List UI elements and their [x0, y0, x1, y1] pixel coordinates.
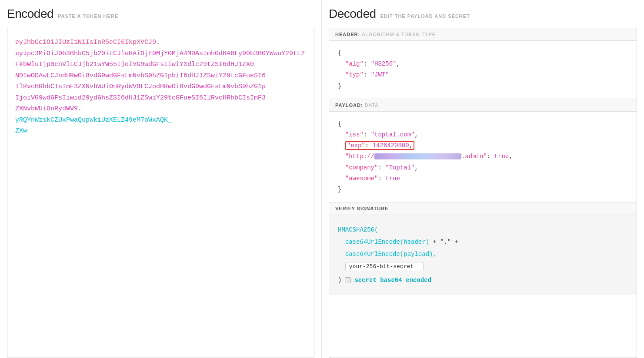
dot2: .: [78, 105, 82, 113]
header-alg-value: "HS256": [371, 60, 397, 67]
payload-comma3: ,: [509, 153, 512, 160]
header-section-header: HEADER: ALGORITHM & TOKEN TYPE: [329, 28, 637, 41]
payload-iss-value: "toptal.com": [371, 131, 415, 138]
verify-section-header: VERIFY SIGNATURE: [329, 202, 637, 215]
verify-arg2: base64UrlEncode(payload),: [345, 251, 437, 258]
payload-sublabel: DATA: [365, 103, 379, 108]
payload-open-brace: {: [338, 120, 341, 127]
encoded-panel: Encoded PASTE A TOKEN HERE eyJhbGciOiJIU…: [0, 0, 322, 358]
decoded-sections-container: HEADER: ALGORITHM & TOKEN TYPE { "alg": …: [329, 28, 637, 358]
token-payload-part4: IjoiVG9wdGFsIiwid29ydGhsZSI6dHJ1ZSwiY29t…: [15, 94, 266, 102]
decoded-panel: Decoded EDIT THE PAYLOAD AND SECRET HEAD…: [322, 0, 644, 358]
header-section-body[interactable]: { "alg": "HS256", "typ": "JWT" }: [329, 41, 637, 99]
token-payload-part2: NDIwODAwLCJodHRwOi8vdG9wdGFsLmNvbS9hZG1p…: [15, 72, 266, 80]
payload-section-header: PAYLOAD: DATA: [329, 99, 637, 112]
encoded-subtitle: PASTE A TOKEN HERE: [58, 13, 118, 19]
header-label: HEADER:: [335, 32, 360, 37]
token-payload-part1: eyJpc3MiOiJ0b3BhbC5jb20iLCJleHAiOjE0MjY0…: [15, 50, 305, 69]
decoded-subtitle: EDIT THE PAYLOAD AND SECRET: [380, 13, 470, 19]
header-typ-key: "typ": [345, 71, 364, 78]
decoded-header: Decoded EDIT THE PAYLOAD AND SECRET: [329, 7, 644, 21]
header-open-brace: {: [338, 50, 341, 56]
payload-colon2: :: [365, 142, 373, 149]
payload-comma2: ,: [409, 142, 413, 149]
payload-exp-value: 1426420800: [373, 142, 409, 149]
verify-fn-name: HMACSHA256(: [338, 226, 378, 233]
payload-comma4: ,: [414, 164, 418, 171]
payload-section-body[interactable]: { "iss": "toptal.com", "exp": 1426420800…: [329, 112, 637, 202]
secret-base64-checkbox[interactable]: [345, 277, 351, 283]
token-header-part: eyJhbGciOiJIUzI1NiIsInR5cCI6IkpXVCJ9: [15, 39, 156, 46]
payload-admin-suffix: .admin": [461, 153, 487, 160]
header-colon1: :: [364, 60, 371, 67]
payload-url-blurred: [374, 153, 461, 159]
verify-section: VERIFY SIGNATURE HMACSHA256( base64UrlEn…: [329, 202, 637, 295]
verify-label: VERIFY SIGNATURE: [335, 206, 389, 211]
payload-colon1: :: [364, 131, 371, 138]
payload-close-brace: }: [338, 186, 341, 193]
payload-colon4: :: [378, 164, 385, 171]
payload-label: PAYLOAD:: [335, 103, 363, 108]
app-container: Encoded PASTE A TOKEN HERE eyJhbGciOiJIU…: [0, 0, 644, 358]
payload-awesome-value: true: [385, 175, 400, 182]
token-signature-part2: ZXw: [15, 127, 27, 135]
payload-company-value: "Toptal": [385, 164, 414, 171]
encoded-header: Encoded PASTE A TOKEN HERE: [7, 7, 321, 21]
encoded-title: Encoded: [7, 7, 53, 21]
payload-iss-key: "iss": [345, 131, 364, 138]
verify-footer: ) secret base64 encoded: [338, 274, 628, 286]
verify-arg1: base64UrlEncode(header): [345, 239, 429, 245]
payload-comma1: ,: [414, 131, 418, 138]
payload-awesome-key: "awesome": [345, 175, 378, 182]
decoded-title: Decoded: [329, 7, 376, 21]
secret-input[interactable]: [345, 262, 424, 271]
secret-base64-label: secret base64 encoded: [354, 274, 431, 286]
header-close-brace: }: [338, 83, 341, 90]
verify-close-paren: ): [338, 274, 341, 286]
dot1: .: [156, 39, 160, 46]
payload-colon3: :: [487, 153, 494, 160]
token-payload-part5: ZXNvbWUiOnRydWV9: [15, 105, 78, 113]
header-comma1: ,: [396, 60, 400, 67]
payload-url-key: "http://: [345, 153, 374, 160]
encoded-token-box[interactable]: eyJhbGciOiJIUzI1NiIsInR5cCI6IkpXVCJ9. ey…: [7, 28, 314, 358]
header-alg-key: "alg": [345, 60, 364, 67]
payload-colon5: :: [378, 175, 385, 182]
header-typ-value: "JWT": [371, 71, 389, 78]
header-sublabel: ALGORITHM & TOKEN TYPE: [362, 32, 436, 37]
verify-concat: + "." +: [433, 239, 458, 245]
header-section: HEADER: ALGORITHM & TOKEN TYPE { "alg": …: [329, 28, 637, 99]
exp-highlight: "exp": 1426420800,: [345, 141, 414, 150]
token-signature-part1: yRQYnWzskCZUxPwaQupWkiUzKELZ49eM7oWxAQK_: [15, 116, 172, 124]
header-colon2: :: [364, 71, 371, 78]
payload-exp-key: "exp": [347, 142, 365, 149]
token-payload-part3: IlRvcHRhbCIsImF3ZXNvbWUiOnRydWV9LCJodHRw…: [15, 83, 266, 90]
payload-company-key: "company": [345, 164, 378, 171]
payload-admin-value: true: [494, 153, 509, 160]
payload-section: PAYLOAD: DATA { "iss": "toptal.com", "ex…: [329, 99, 637, 202]
verify-section-body: HMACSHA256( base64UrlEncode(header) + ".…: [329, 215, 637, 295]
